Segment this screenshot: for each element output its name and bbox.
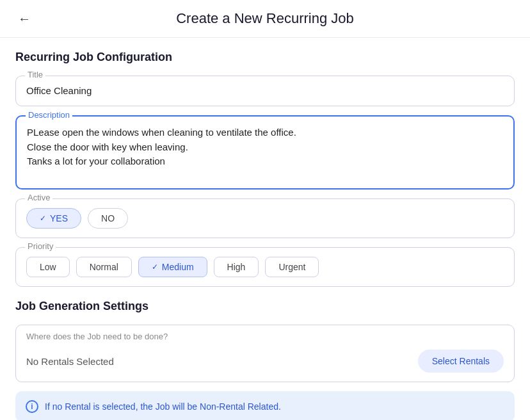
config-section-title: Recurring Job Configuration bbox=[15, 51, 515, 64]
info-banner: i If no Rental is selected, the Job will… bbox=[15, 391, 515, 420]
priority-high-button[interactable]: High bbox=[214, 257, 259, 277]
title-input[interactable] bbox=[26, 85, 504, 96]
priority-low-button[interactable]: Low bbox=[26, 257, 70, 277]
medium-label: Medium bbox=[162, 262, 194, 272]
rentals-label: Where does the Job need to be done? bbox=[26, 332, 168, 341]
check-icon: ✓ bbox=[40, 214, 46, 223]
high-label: High bbox=[227, 262, 246, 272]
priority-medium-button[interactable]: ✓ Medium bbox=[138, 257, 207, 277]
rentals-field-group: Where does the Job need to be done? No R… bbox=[15, 325, 515, 382]
no-label: NO bbox=[101, 213, 115, 223]
active-field-group: Active ✓ YES NO bbox=[15, 198, 515, 238]
active-no-button[interactable]: NO bbox=[88, 208, 128, 229]
info-banner-text: If no Rental is selected, the Job will b… bbox=[45, 401, 281, 412]
urgent-label: Urgent bbox=[278, 262, 305, 272]
priority-toggle-group: Low Normal ✓ Medium High Urgent bbox=[26, 257, 504, 277]
no-rentals-text: No Rentals Selected bbox=[26, 356, 114, 367]
normal-label: Normal bbox=[90, 262, 118, 272]
description-label: Description bbox=[26, 110, 72, 120]
priority-urgent-button[interactable]: Urgent bbox=[265, 257, 319, 277]
active-label: Active bbox=[25, 193, 52, 202]
back-button[interactable]: ← bbox=[13, 9, 36, 29]
main-content: Recurring Job Configuration Title Descri… bbox=[0, 38, 530, 420]
priority-field-group: Priority Low Normal ✓ Medium High Urgent bbox=[15, 247, 515, 287]
yes-label: YES bbox=[50, 213, 68, 223]
priority-label: Priority bbox=[25, 241, 56, 251]
priority-normal-button[interactable]: Normal bbox=[76, 257, 132, 277]
info-icon: i bbox=[26, 400, 38, 413]
rentals-label-row: Where does the Job need to be done? bbox=[16, 325, 514, 344]
page-title: Create a New Recurring Job bbox=[15, 10, 515, 27]
title-field-group: Title bbox=[15, 76, 515, 106]
select-rentals-button[interactable]: Select Rentals bbox=[418, 350, 504, 373]
section-divider: Job Generation Settings bbox=[15, 300, 515, 313]
description-field-group: Description PLease open the windows when… bbox=[15, 115, 515, 190]
generation-section-title: Job Generation Settings bbox=[15, 300, 515, 313]
rentals-row: No Rentals Selected Select Rentals bbox=[16, 344, 514, 382]
title-label: Title bbox=[25, 70, 45, 79]
active-toggle-group: ✓ YES NO bbox=[26, 208, 504, 229]
description-textarea[interactable]: PLease open the windows when cleaning to… bbox=[27, 125, 503, 177]
low-label: Low bbox=[40, 262, 56, 272]
active-yes-button[interactable]: ✓ YES bbox=[26, 208, 81, 229]
header: ← Create a New Recurring Job bbox=[0, 0, 530, 38]
medium-check-icon: ✓ bbox=[152, 262, 158, 271]
